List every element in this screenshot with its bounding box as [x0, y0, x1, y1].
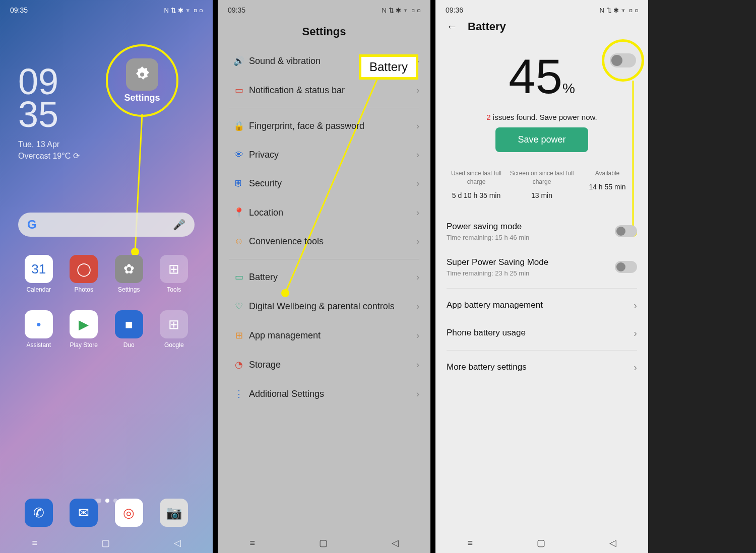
app-settings[interactable]: ✿Settings	[106, 255, 152, 293]
app-calendar[interactable]: 31Calendar	[16, 255, 61, 293]
settings-row-additional-settings[interactable]: ⋮Additional Settings›	[218, 379, 430, 408]
settings-icon: ✿	[115, 255, 143, 283]
messages-icon: ✉	[70, 499, 98, 527]
battery-row-app-battery-management[interactable]: App battery management›	[435, 292, 648, 319]
settings-callout[interactable]: Settings	[106, 44, 178, 117]
camera-icon: 📷	[160, 499, 188, 527]
row-label: Digital Wellbeing & parental controls	[249, 301, 416, 312]
settings-row-digital-wellbeing-parental-controls[interactable]: ♡Digital Wellbeing & parental controls›	[218, 292, 430, 321]
nav-home-icon[interactable]: ▢	[537, 537, 545, 548]
stat-value: 14 h 55 min	[575, 183, 640, 191]
toggle-off-icon	[610, 53, 636, 67]
nav-home-icon[interactable]: ▢	[319, 537, 328, 548]
percent-symbol: %	[562, 81, 575, 96]
chevron-right-icon: ›	[416, 389, 419, 399]
nav-bar: ≡ ▢ ◁	[0, 533, 213, 553]
row-icon: ⊞	[229, 330, 249, 341]
save-power-button[interactable]: Save power	[495, 127, 588, 152]
stat-label: Available	[575, 169, 640, 178]
app-label: Settings	[118, 286, 140, 293]
back-arrow-icon[interactable]: ←	[447, 20, 458, 33]
svg-point-0	[140, 73, 144, 77]
battery-screen: 09:36 N ⇅ ✱ ᯤ ⊡ ▢ ← Battery 45% 2 issues…	[435, 0, 648, 553]
app-label: Calendar	[26, 286, 51, 293]
status-time: 09:36	[446, 6, 463, 14]
row-icon: 🔒	[229, 120, 249, 131]
row-icon: 👁	[229, 150, 249, 160]
clock-mins: 35	[18, 98, 80, 131]
status-bar: 09:35 N ⇅ ✱ ᯤ ⊡ ▢	[0, 0, 213, 20]
chevron-right-icon: ›	[416, 178, 419, 189]
settings-row-convenience-tools[interactable]: ☺Convenience tools›	[218, 227, 430, 256]
row-title: Power saving mode	[447, 222, 615, 232]
battery-row-super-power-saving-mode[interactable]: Super Power Saving ModeTime remaining: 2…	[435, 249, 648, 285]
app-messages[interactable]: ✉	[61, 499, 107, 527]
tools-icon: ⊞	[160, 255, 188, 283]
google-search-bar[interactable]: G 🎤	[18, 213, 195, 237]
app-phone[interactable]: ✆	[16, 499, 61, 527]
settings-row-app-management[interactable]: ⊞App management›	[218, 321, 430, 350]
settings-row-privacy[interactable]: 👁Privacy›	[218, 141, 430, 169]
nav-back-icon[interactable]: ◁	[174, 537, 181, 548]
app-label: Tools	[167, 286, 181, 293]
nav-back-icon[interactable]: ◁	[609, 537, 616, 548]
row-title: Super Power Saving Mode	[447, 257, 615, 267]
status-time: 09:35	[10, 6, 28, 14]
row-subtitle: Time remaining: 23 h 25 min	[447, 269, 615, 277]
dock: ✆✉◎📷	[0, 499, 213, 527]
app-photos[interactable]: ◯Photos	[61, 255, 107, 293]
app-google[interactable]: ⊞Google	[152, 310, 197, 349]
row-label: Battery	[249, 272, 416, 283]
nav-recent-icon[interactable]: ≡	[32, 538, 37, 548]
row-icon: ⛨	[229, 178, 249, 189]
google-icon: ⊞	[160, 310, 188, 338]
stat-item: Available14 h 55 min	[575, 169, 640, 199]
photos-icon: ◯	[70, 255, 98, 283]
nav-bar: ≡ ▢ ◁	[435, 533, 648, 553]
settings-row-fingerprint-face-password[interactable]: 🔒Fingerprint, face & password›	[218, 111, 430, 141]
chevron-right-icon: ›	[416, 208, 419, 218]
nav-recent-icon[interactable]: ≡	[467, 538, 473, 548]
row-label: Convenience tools	[249, 236, 416, 247]
app-tools[interactable]: ⊞Tools	[152, 255, 197, 293]
settings-row-battery[interactable]: ▭Battery›	[218, 262, 430, 292]
app-label: Duo	[123, 341, 135, 349]
row-icon: ▭	[229, 271, 249, 283]
toggle-switch[interactable]	[615, 225, 637, 237]
nav-home-icon[interactable]: ▢	[101, 537, 110, 548]
chevron-right-icon: ›	[416, 121, 419, 131]
row-label: Security	[249, 178, 416, 189]
battery-row-more-battery-settings[interactable]: More battery settings›	[435, 354, 648, 381]
settings-row-security[interactable]: ⛨Security›	[218, 169, 430, 198]
home-screen: 09:35 N ⇅ ✱ ᯤ ⊡ ▢ 09 35 Tue, 13 Apr Over…	[0, 0, 213, 553]
stat-value: 13 min	[509, 191, 575, 199]
battery-row-phone-battery-usage[interactable]: Phone battery usage›	[435, 319, 648, 347]
mic-icon[interactable]: 🎤	[173, 219, 185, 231]
clock-widget[interactable]: 09 35 Tue, 13 Apr Overcast 19°C ⟳	[18, 65, 80, 161]
clock-hours: 09	[18, 65, 80, 98]
row-icon: ◔	[229, 359, 249, 370]
app-assistant[interactable]: •Assistant	[16, 310, 61, 349]
app-chrome[interactable]: ◎	[106, 499, 152, 527]
app-camera[interactable]: 📷	[152, 499, 197, 527]
toggle-switch[interactable]	[615, 261, 637, 273]
row-icon: 🔊	[229, 55, 249, 66]
status-bar: 09:35 N ⇅ ✱ ᯤ ⊡ ▢	[218, 0, 430, 20]
issues-text: 2 issues found. Save power now.	[435, 113, 648, 121]
app-label: Photos	[75, 286, 93, 293]
settings-list: 🔊Sound & vibration›▭Notification & statu…	[218, 46, 430, 408]
battery-callout-tag: Battery	[359, 54, 418, 80]
app-play-store[interactable]: ▶Play Store	[61, 310, 107, 349]
app-duo[interactable]: ■Duo	[106, 310, 152, 349]
settings-row-storage[interactable]: ◔Storage›	[218, 350, 430, 379]
battery-row-power-saving-mode[interactable]: Power saving modeTime remaining: 15 h 46…	[435, 214, 648, 249]
row-title: Phone battery usage	[447, 328, 634, 338]
nav-recent-icon[interactable]: ≡	[249, 538, 255, 548]
toggle-knob-icon	[616, 227, 625, 236]
phone-icon: ✆	[25, 499, 53, 527]
settings-row-notification-status-bar[interactable]: ▭Notification & status bar›	[218, 76, 430, 105]
settings-row-location[interactable]: 📍Location›	[218, 198, 430, 227]
nav-back-icon[interactable]: ◁	[392, 537, 399, 548]
row-label: Location	[249, 208, 416, 218]
row-icon: ♡	[229, 301, 249, 312]
